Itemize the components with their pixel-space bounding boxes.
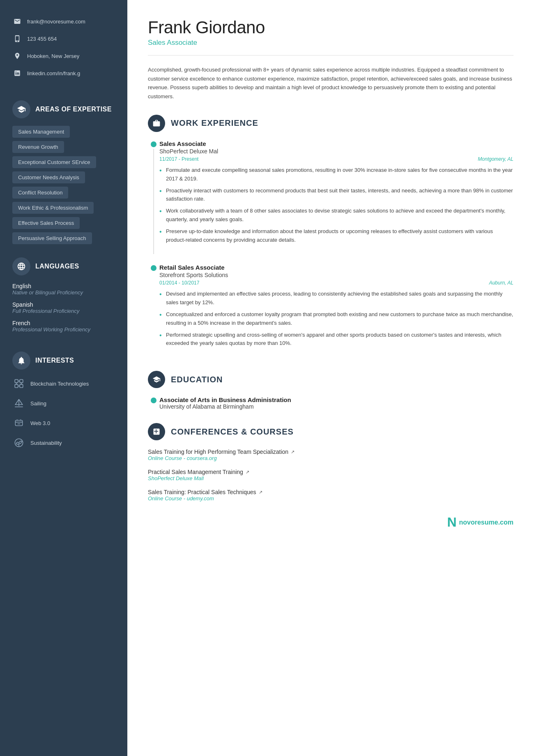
edu-school: University of Alabama at Birmingham [159, 403, 513, 410]
language-level: Professional Working Proficiency [12, 326, 115, 333]
phone-text: 123 455 654 [27, 36, 57, 42]
work-bullet: Work collaboratively with a team of 8 ot… [159, 207, 513, 224]
work-location: Auburn, AL [489, 280, 513, 286]
work-dot-col [148, 140, 159, 254]
conferences-title: CONFERENCES & COURSES [171, 427, 294, 437]
interest-item: Sustainability [12, 436, 115, 449]
work-meta: 01/2014 - 10/2017 Auburn, AL [159, 280, 513, 286]
interest-label: Sustainability [30, 440, 62, 446]
main-content: Frank Giordano Sales Associate Accomplis… [127, 0, 534, 756]
interest-item: Web 3.0 [12, 416, 115, 430]
contact-location: Hoboken, New Jersey [12, 51, 115, 61]
name-divider [148, 55, 513, 55]
work-bullet: Performed strategic upselling and cross-… [159, 331, 513, 348]
language-item: French Professional Working Proficiency [12, 320, 115, 333]
conf-item: Practical Sales Management Training ↗ Sh… [148, 469, 513, 481]
language-name: French [12, 320, 115, 326]
skill-tag: Effective Sales Process [12, 217, 80, 229]
svg-rect-8 [15, 421, 22, 426]
work-company: ShoPerfect Deluxe Mal [159, 148, 513, 155]
contact-phone: 123 455 654 [12, 34, 115, 44]
person-name: Frank Giordano [148, 18, 513, 37]
work-bullet: Formulate and execute compelling seasona… [159, 166, 513, 183]
conf-title: Practical Sales Management Training ↗ [148, 469, 513, 475]
education-section: EDUCATION Associate of Arts in Business … [148, 371, 513, 410]
expertise-section: AREAS OF EXPERTISE Sales ManagementReven… [12, 100, 115, 244]
expertise-header: AREAS OF EXPERTISE [12, 100, 115, 118]
conf-item: Sales Training for High Performing Team … [148, 449, 513, 461]
footer-logo: N novoresume.com [148, 515, 513, 530]
skill-tag: Work Ethic & Professionalism [12, 202, 94, 214]
skill-tag: Persuasive Selling Approach [12, 232, 92, 244]
linkedin-icon [12, 68, 22, 78]
edu-body: Associate of Arts in Business Administra… [159, 396, 513, 410]
work-bullets: Formulate and execute compelling seasona… [159, 166, 513, 244]
skill-tag: Conflict Resolution [12, 187, 68, 199]
education-title: EDUCATION [171, 375, 223, 384]
email-icon [12, 16, 22, 26]
skill-tag: Customer Needs Analysis [12, 171, 85, 183]
interest-icon [12, 436, 25, 449]
interests-icon [12, 351, 30, 370]
logo-text: novoresume.com [459, 519, 513, 526]
language-item: English Native or Bilingual Proficiency [12, 283, 115, 296]
interest-item: Sailing [12, 397, 115, 410]
phone-icon [12, 34, 22, 44]
external-link-icon: ↗ [291, 449, 295, 455]
work-bullets: Devised and implemented an effective sal… [159, 290, 513, 348]
work-company: Storefront Sports Solutions [159, 272, 513, 278]
svg-rect-2 [15, 384, 18, 388]
interest-item: Blockchain Technologies [12, 377, 115, 390]
skill-tag: Sales Management [12, 126, 70, 138]
conferences-header: CONFERENCES & COURSES [148, 423, 513, 440]
summary-text: Accomplished, growth-focused professiona… [148, 65, 513, 101]
conferences-items-list: Sales Training for High Performing Team … [148, 449, 513, 502]
email-text: frank@novoresume.com [27, 18, 85, 25]
language-item: Spanish Full Professional Proficiency [12, 301, 115, 314]
work-location: Montgomery, AL [478, 156, 513, 162]
languages-title: LANGUAGES [35, 262, 79, 270]
work-dates: 11/2017 - Present [159, 156, 198, 162]
conf-title: Sales Training: Practical Sales Techniqu… [148, 489, 513, 495]
work-body: Retail Sales Associate Storefront Sports… [159, 264, 513, 358]
languages-section: LANGUAGES English Native or Bilingual Pr… [12, 257, 115, 338]
expertise-icon [12, 100, 30, 118]
work-dot-col [148, 264, 159, 358]
svg-rect-0 [15, 379, 18, 383]
linkedin-text: linkedin.com/in/frank.g [27, 70, 80, 76]
work-experience-icon [148, 115, 165, 132]
work-line [153, 149, 154, 254]
language-level: Full Professional Proficiency [12, 308, 115, 314]
edu-item: Associate of Arts in Business Administra… [148, 396, 513, 410]
language-name: Spanish [12, 301, 115, 308]
svg-rect-3 [20, 384, 23, 388]
work-bullet: Conceptualized and enforced a customer l… [159, 310, 513, 328]
education-items-list: Associate of Arts in Business Administra… [148, 396, 513, 410]
contact-linkedin: linkedin.com/in/frank.g [12, 68, 115, 78]
interest-icon [12, 377, 25, 390]
skill-tags-list: Sales ManagementRevenue GrowthExceptiona… [12, 126, 115, 244]
expertise-title: AREAS OF EXPERTISE [35, 105, 112, 113]
languages-header: LANGUAGES [12, 257, 115, 275]
conferences-section: CONFERENCES & COURSES Sales Training for… [148, 423, 513, 502]
work-dot [151, 265, 157, 271]
logo-n-letter: N [447, 515, 456, 530]
interests-title: INTERESTS [35, 356, 74, 364]
skill-tag: Revenue Growth [12, 141, 64, 153]
conf-item: Sales Training: Practical Sales Techniqu… [148, 489, 513, 502]
interests-header: INTERESTS [12, 351, 115, 370]
resume-container: frank@novoresume.com 123 455 654 Hoboken… [0, 0, 534, 756]
work-item: Retail Sales Associate Storefront Sports… [148, 264, 513, 358]
person-title: Sales Associate [148, 39, 513, 47]
work-experience-header: WORK EXPERIENCE [148, 115, 513, 132]
language-name: English [12, 283, 115, 289]
interests-list: Blockchain Technologies Sailing Web 3.0 … [12, 377, 115, 449]
conf-source: Online Course - coursera.org [148, 455, 513, 461]
work-meta: 11/2017 - Present Montgomery, AL [159, 156, 513, 162]
work-item: Sales Associate ShoPerfect Deluxe Mal 11… [148, 140, 513, 254]
education-icon [148, 371, 165, 388]
contact-email: frank@novoresume.com [12, 16, 115, 26]
location-icon [12, 51, 22, 61]
languages-icon [12, 257, 30, 275]
interest-icon [12, 416, 25, 430]
